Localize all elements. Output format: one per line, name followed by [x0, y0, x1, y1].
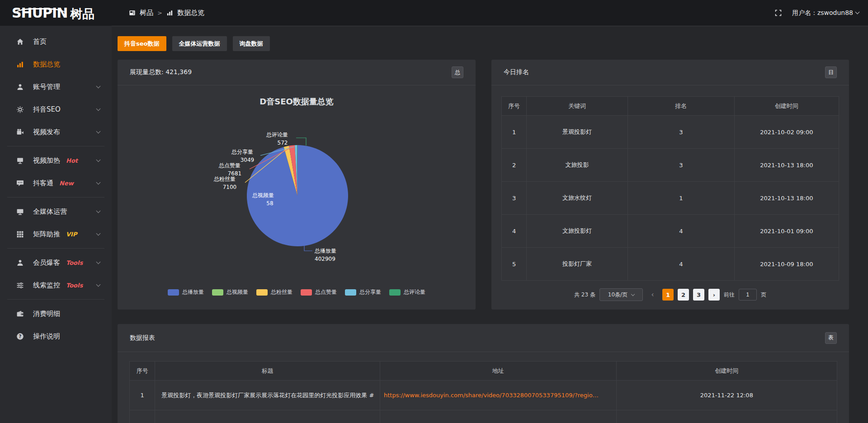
tab-douyin-seo-data[interactable]: 抖音seo数据: [118, 36, 166, 51]
cell-rank: 4: [628, 215, 735, 248]
new-badge: New: [59, 180, 74, 187]
sidebar-item-lead-monitor[interactable]: 线索监控 Tools: [0, 274, 112, 296]
legend-swatch: [212, 289, 223, 296]
sidebar-item-douyin-seo[interactable]: 抖音SEO: [0, 98, 112, 121]
legend-item[interactable]: 总视频量: [212, 288, 248, 296]
chevron-down-icon: [96, 158, 101, 162]
sidebar-item-video-publish[interactable]: 视频发布: [0, 121, 112, 143]
report-card-title: 数据报表: [130, 334, 155, 342]
breadcrumb-current[interactable]: 数据总览: [177, 9, 204, 17]
report-table: 序号 标题 地址 创建时间 1 景观投影灯，夜游景观投影灯厂家展示展示落花灯在花…: [129, 361, 837, 423]
sliders-icon: [16, 282, 24, 289]
legend-item[interactable]: 总分享量: [345, 288, 381, 296]
total-toggle-button[interactable]: 总: [452, 66, 463, 78]
legend-item[interactable]: 总粉丝量: [256, 288, 292, 296]
tab-all-media-data[interactable]: 全媒体运营数据: [172, 36, 227, 51]
legend-label: 总评论量: [404, 288, 425, 296]
sidebar-item-member-baoke[interactable]: 会员爆客 Tools: [0, 251, 112, 274]
sidebar-item-label: 矩阵助推: [33, 230, 60, 239]
impressions-total-label: 展现量总数: 421,369: [130, 68, 192, 76]
pie-label: 总播放量: [314, 248, 336, 254]
tools-badge: Tools: [66, 282, 83, 289]
ranking-card-title: 今日排名: [504, 68, 529, 76]
cell-created: 2021-10-13 18:00: [734, 182, 839, 215]
cell-created: 2021-11-22 12:08: [616, 381, 837, 410]
username-label: 用户名：zswodun88: [792, 9, 853, 17]
fullscreen-icon[interactable]: [774, 9, 782, 17]
breadcrumb: 树品 > 数据总览: [129, 9, 204, 17]
cell-index: 1: [502, 116, 527, 149]
cell-index: [130, 410, 155, 423]
legend-item[interactable]: 总播放量: [168, 288, 204, 296]
pie-label: 总评论量: [266, 132, 288, 138]
sidebar-item-video-heat[interactable]: 视频加热 Hot: [0, 149, 112, 172]
next-page-button[interactable]: ›: [708, 289, 720, 301]
sidebar-item-all-media[interactable]: 全媒体运营: [0, 200, 112, 223]
cell-rank: 4: [628, 248, 735, 281]
page-size-select[interactable]: 10条/页: [599, 288, 643, 301]
chevron-down-icon: [96, 282, 101, 287]
cell-keyword: 投影灯厂家: [527, 248, 628, 281]
page-button-1[interactable]: 1: [662, 289, 674, 301]
sidebar-item-consumption-detail[interactable]: 消费明细: [0, 302, 112, 325]
video-camera-icon: [16, 128, 24, 136]
legend-item[interactable]: 总点赞量: [301, 288, 337, 296]
sidebar-divider: [7, 197, 104, 197]
table-row: 1 景观投影灯，夜游景观投影灯厂家展示展示落花灯在花园里的灯光投影应用效果 # …: [130, 381, 837, 410]
legend-item[interactable]: 总评论量: [389, 288, 425, 296]
table-row: 5 投影灯厂家 4 2021-10-09 18:00: [502, 248, 839, 281]
page-size-value: 10条/页: [608, 291, 627, 299]
table-toggle-button[interactable]: 表: [825, 332, 837, 344]
video-link[interactable]: https://www.iesdouyin.com/share/video/70…: [384, 392, 599, 399]
column-header-keyword: 关键词: [527, 97, 628, 116]
legend-label: 总播放量: [182, 288, 204, 296]
legend-swatch: [345, 289, 356, 296]
column-header-title: 标题: [155, 362, 380, 381]
cell-title: 景观投影灯，夜游景观投影灯厂家展示展示落花灯在花园里的灯光投影应用效果 #: [155, 381, 380, 410]
sidebar-item-douketong[interactable]: 抖客通 New: [0, 172, 112, 194]
sidebar-item-account[interactable]: 账号管理: [0, 75, 112, 98]
sidebar-item-label: 线索监控: [33, 281, 60, 290]
page-button-3[interactable]: 3: [693, 289, 704, 301]
sidebar-item-matrix-boost[interactable]: 矩阵助推 VIP: [0, 223, 112, 245]
column-header-created: 创建时间: [734, 97, 839, 116]
pie-label: 3049: [241, 157, 255, 163]
cell-keyword: 景观投影灯: [527, 116, 628, 149]
goto-page-input[interactable]: [739, 289, 757, 301]
sidebar-item-data-overview[interactable]: 数据总览: [0, 53, 112, 75]
pie-label: 402909: [315, 256, 335, 262]
sidebar-item-home[interactable]: 首页: [0, 30, 112, 53]
monitor-icon: [16, 208, 24, 216]
user-menu[interactable]: 用户名：zswodun88: [792, 9, 859, 17]
chat-bubble-icon: [16, 179, 24, 187]
home-icon: [16, 38, 24, 46]
chevron-down-icon: [96, 231, 101, 236]
cell-rank: 3: [628, 116, 735, 149]
tab-inquiry-data[interactable]: 询盘数据: [233, 36, 270, 51]
legend-swatch: [301, 289, 312, 296]
legend-label: 总分享量: [359, 288, 381, 296]
cell-title: [155, 410, 380, 423]
ranking-table: 序号 关键词 排名 创建时间 1 景观投影灯 3 2021-10-02 09:0…: [501, 96, 839, 281]
page-button-2[interactable]: 2: [678, 289, 689, 301]
breadcrumb-separator: >: [157, 9, 162, 16]
chevron-down-icon: [631, 292, 635, 296]
goto-unit: 页: [761, 291, 766, 299]
chevron-down-icon: [96, 107, 101, 111]
breadcrumb-home[interactable]: 树品: [140, 9, 153, 17]
tools-badge: Tools: [66, 259, 83, 266]
cell-keyword: 文旅投影灯: [527, 215, 628, 248]
column-header-created: 创建时间: [616, 362, 837, 381]
day-toggle-button[interactable]: 日: [825, 66, 837, 78]
prev-page-button[interactable]: ‹: [647, 289, 658, 301]
sidebar-item-instructions[interactable]: ? 操作说明: [0, 325, 112, 348]
bar-chart-icon: [16, 61, 24, 68]
legend-swatch: [256, 289, 268, 296]
pie-label: 7100: [223, 184, 237, 190]
cell-created: 2021-10-09 18:00: [734, 248, 839, 281]
sidebar-divider: [7, 299, 104, 300]
hot-badge: Hot: [66, 157, 78, 164]
header-divider: [112, 26, 868, 26]
user-icon: [16, 83, 24, 91]
pie-label: 总分享量: [231, 149, 253, 155]
